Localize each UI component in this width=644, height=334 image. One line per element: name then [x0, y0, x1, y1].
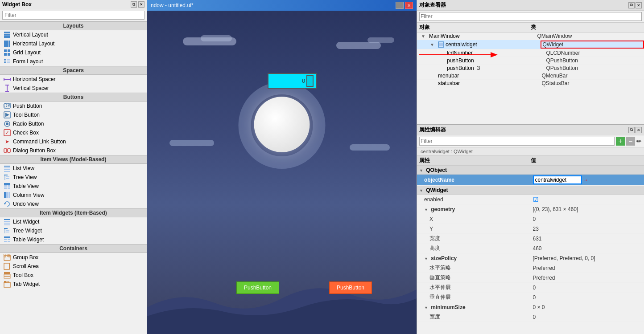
prop-section-qobject[interactable]: ▼ QObject	[417, 166, 644, 175]
prop-row-hpolicy[interactable]: 水平策略 Preferred	[417, 263, 644, 273]
canvas-close-button[interactable]: ✕	[405, 2, 413, 9]
widget-item-scroll-area[interactable]: Scroll Area	[0, 262, 147, 271]
prop-value-height: 460	[531, 244, 644, 253]
prop-row-height[interactable]: 高度 460	[417, 244, 644, 253]
property-editor-close-btn[interactable]: ✕	[636, 127, 642, 133]
widget-item-table-widget[interactable]: Table Widget	[0, 235, 147, 244]
prop-row-sizepolicy[interactable]: ▼ sizePolicy [Preferred, Preferred, 0, 0…	[417, 253, 644, 263]
svg-rect-52	[4, 223, 10, 224]
property-editor-title: 属性编辑器	[419, 126, 446, 134]
prop-row-vstretch[interactable]: 垂直伸展 0	[417, 293, 644, 302]
object-inspector-filter-input[interactable]	[419, 12, 642, 21]
svg-rect-58	[4, 236, 10, 238]
prop-row-hstretch[interactable]: 水平伸展 0	[417, 283, 644, 293]
widget-label-list-widget: List Widget	[13, 219, 39, 225]
widget-item-group-box[interactable]: Title Group Box	[0, 253, 147, 262]
minimumsize-expand-arrow[interactable]: ▼	[424, 305, 428, 310]
widget-item-undo-view[interactable]: Undo View	[0, 200, 147, 208]
widget-item-horizontal-layout[interactable]: Horizontal Layout	[0, 39, 147, 48]
widget-item-table-view[interactable]: Table View	[0, 182, 147, 191]
widget-item-push-button[interactable]: OK Push Button	[0, 102, 147, 110]
obj-row-statusbar[interactable]: statusbar QStatusBar	[417, 80, 644, 87]
obj-row-mainwindow[interactable]: ▼ MainWindow QMainWindow	[417, 33, 644, 40]
prop-value-geometry: [(0, 23), 631 × 460]	[531, 205, 644, 213]
widget-item-horizontal-spacer[interactable]: Horizontal Spacer	[0, 75, 147, 84]
prop-row-minimumsize[interactable]: ▼ minimumSize 0 × 0	[417, 302, 644, 312]
obj-row-pushbutton[interactable]: pushButton QPushButton	[417, 57, 644, 65]
widget-item-form-layout[interactable]: Form Layout	[0, 57, 147, 66]
object-inspector-float-btn[interactable]: ⧉	[628, 2, 635, 8]
prop-row-geometry[interactable]: ▼ geometry [(0, 23), 631 × 460]	[417, 204, 644, 214]
obj-row-menubar[interactable]: menubar QMenuBar	[417, 72, 644, 80]
widget-item-radio-button[interactable]: Radio Button	[0, 119, 147, 128]
objectname-input[interactable]	[533, 175, 582, 184]
canvas-lcd-number[interactable]: 0	[268, 73, 317, 89]
property-editor-remove-button[interactable]: −	[626, 137, 635, 146]
canvas-minimize-button[interactable]: —	[396, 2, 404, 9]
widget-box-close-button[interactable]: ✕	[138, 1, 144, 8]
widget-box-filter-input[interactable]	[2, 11, 144, 20]
canvas-push-button-orange[interactable]: PushButton	[329, 281, 372, 294]
widget-item-vertical-spacer[interactable]: Vertical Spacer	[0, 84, 147, 93]
group-box-icon: Title	[4, 254, 11, 261]
qwidget-section-label: QWidget	[426, 187, 448, 193]
property-editor-edit-button[interactable]: ✏	[636, 138, 642, 145]
widget-item-tree-view[interactable]: Tree View	[0, 173, 147, 182]
widget-item-vertical-layout[interactable]: Vertical Layout	[0, 30, 147, 39]
svg-marker-49	[4, 203, 6, 205]
widget-item-list-view[interactable]: List View	[0, 164, 147, 173]
widget-item-tab-widget[interactable]: Tab Widget	[0, 280, 147, 289]
property-editor-filter-input[interactable]	[419, 137, 615, 146]
widget-item-tool-button[interactable]: ▶ Tool Button	[0, 110, 147, 119]
widget-label-grid-layout: Grid Layout	[13, 49, 41, 56]
widget-item-check-box[interactable]: ✓ Check Box	[0, 128, 147, 137]
widget-item-column-view[interactable]: Column View	[0, 191, 147, 200]
svg-rect-4	[6, 41, 8, 47]
prop-section-qwidget[interactable]: ▼ QWidget	[417, 186, 644, 195]
prop-row-minwidth[interactable]: 宽度 0	[417, 312, 644, 322]
enabled-checkbox-icon[interactable]: ☑	[533, 196, 539, 203]
table-view-icon	[4, 183, 11, 190]
widget-label-radio-button: Radio Button	[13, 121, 44, 127]
svg-rect-33	[4, 166, 10, 167]
widget-item-command-link-button[interactable]: ➤ Command Link Button	[0, 137, 147, 146]
property-editor-float-btn[interactable]: ⧉	[628, 127, 635, 133]
prop-row-enabled[interactable]: enabled ☑	[417, 195, 644, 204]
property-editor-context-label: centralwidget : QWidget	[417, 147, 644, 156]
widget-label-column-view: Column View	[13, 192, 44, 198]
canvas-push-button-green[interactable]: PushButton	[236, 281, 279, 294]
undo-view-icon	[4, 200, 11, 208]
widget-item-tool-box[interactable]: Tool Box	[0, 271, 147, 280]
obj-row-lcdnumber[interactable]: lcdNumber QLCDNumber	[417, 49, 644, 57]
prop-row-x[interactable]: X 0	[417, 214, 644, 224]
widget-item-dialog-button-box[interactable]: Dialog Button Box	[0, 146, 147, 155]
object-inspector-close-btn[interactable]: ✕	[636, 2, 642, 8]
geometry-expand-arrow[interactable]: ▼	[424, 208, 428, 212]
svg-rect-2	[4, 36, 10, 38]
prop-name-y: Y	[417, 225, 531, 233]
prop-row-objectname[interactable]: objectName →	[417, 175, 644, 186]
svg-text:➤: ➤	[5, 138, 9, 145]
obj-row-centralwidget[interactable]: ▼ centralwidget QWidget	[417, 40, 644, 49]
pushbutton3-class: QPushButton	[545, 65, 644, 71]
widget-label-tool-box: Tool Box	[13, 272, 33, 278]
prop-row-y[interactable]: Y 23	[417, 224, 644, 234]
prop-row-width[interactable]: 宽度 631	[417, 234, 644, 244]
obj-row-pushbutton3[interactable]: pushButton_3 QPushButton	[417, 65, 644, 72]
statusbar-class: QStatusBar	[541, 80, 644, 86]
widget-item-list-widget[interactable]: List Widget	[0, 217, 147, 226]
pushbutton-class: QPushButton	[545, 57, 644, 64]
sizepolicy-expand-arrow[interactable]: ▼	[424, 257, 428, 261]
menubar-class: QMenuBar	[541, 73, 644, 79]
canvas-drawing-area[interactable]: 0 PushButton PushButton	[147, 11, 417, 334]
widget-item-grid-layout[interactable]: Grid Layout	[0, 48, 147, 57]
widget-box-float-button[interactable]: ⧉	[131, 1, 137, 8]
property-editor-add-button[interactable]: +	[616, 137, 625, 146]
prop-row-vpolicy[interactable]: 垂直策略 Preferred	[417, 273, 644, 283]
prop-value-hpolicy: Preferred	[531, 264, 644, 272]
obj-header-object: 对象	[419, 24, 531, 31]
property-editor-filter-row: + − ✏	[417, 135, 644, 147]
section-item-widgets: Item Widgets (Item-Based)	[0, 208, 147, 217]
prop-name-height: 高度	[417, 244, 531, 253]
widget-item-tree-widget[interactable]: Tree Widget	[0, 226, 147, 235]
